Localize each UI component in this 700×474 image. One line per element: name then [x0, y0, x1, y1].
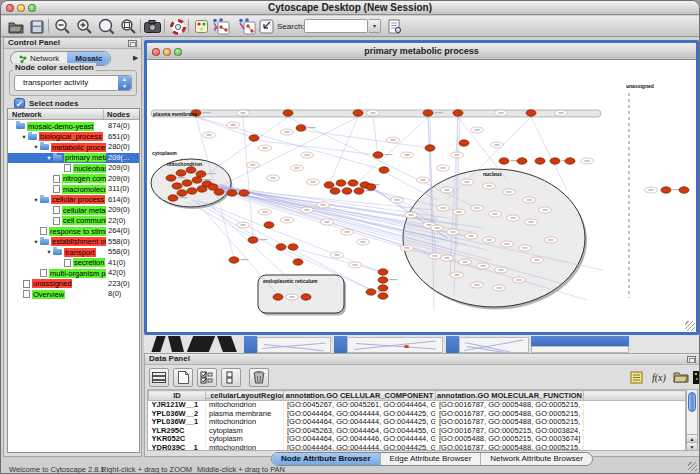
open-session-icon[interactable] [6, 17, 25, 36]
table-row[interactable]: YJR121W__1mitochondrion[GO:0045267, GO:0… [149, 401, 687, 410]
save-session-icon[interactable] [27, 17, 46, 36]
attribute-table[interactable]: ID_cellularLayoutRegionannotation.GO CEL… [147, 389, 686, 451]
import-attributes-icon[interactable] [673, 369, 689, 385]
help-icon[interactable] [168, 17, 187, 36]
node-label-text [475, 207, 480, 208]
tree-expander-icon[interactable]: ▼ [32, 144, 40, 150]
graph-node-selected [348, 180, 358, 186]
window-resize-grip[interactable] [688, 462, 697, 471]
tree-expander-icon[interactable]: ▼ [45, 155, 53, 161]
node-label-text [208, 173, 216, 174]
tree-row[interactable]: ▼metabolic process280(0) [8, 142, 139, 153]
node-color-dropdown[interactable]: transporter activity ▲▼ [14, 75, 132, 91]
tree-expander-icon[interactable]: ▼ [20, 134, 28, 140]
tree-row[interactable]: secretion41(0) [8, 258, 139, 269]
tab-node-attribute-browser[interactable]: Node Attribute Browser [272, 453, 381, 465]
tab-network-attribute-browser[interactable]: Network Attribute Browser [481, 453, 591, 465]
tree-row[interactable]: nucleobase-209(0) [8, 163, 139, 174]
unselect-attributes-icon[interactable] [221, 368, 241, 387]
float-panel-icon[interactable] [687, 356, 696, 363]
table-row[interactable]: YDR039C__1mitochondrion[GO:0044464, GO:0… [149, 444, 687, 452]
table-row[interactable]: YKR052Ccytoplasm[GO:0044464, GO:0044446,… [149, 435, 687, 444]
tab-edge-attribute-browser[interactable]: Edge Attribute Browser [381, 453, 482, 465]
table-cell: YPL036W__1 [149, 418, 206, 427]
zoom-fit-icon[interactable] [97, 17, 116, 36]
search-input[interactable] [304, 19, 368, 33]
tree-row[interactable]: ▼biological_process651(0) [8, 132, 139, 143]
zoom-selected-icon[interactable] [119, 17, 138, 36]
tree-row[interactable]: response to stimulu264(0) [8, 226, 139, 237]
float-panel-icon[interactable] [128, 40, 137, 47]
tree-expander-icon[interactable]: ▼ [45, 249, 53, 255]
file-icon [64, 259, 71, 267]
file-icon [53, 217, 60, 225]
table-row[interactable]: YPL036W__1mitochondrion[GO:0044464, GO:0… [149, 418, 687, 427]
tree-row[interactable]: macromolecule311(0) [8, 184, 139, 195]
node-label-text [435, 112, 443, 113]
tree-item-node-count: 223(0) [106, 279, 139, 290]
network-view-titlebar[interactable]: primary metabolic process [147, 43, 696, 60]
table-cell: mitochondrion [206, 418, 284, 427]
control-panel-title: Control Panel [8, 38, 60, 47]
new-attribute-icon[interactable] [173, 368, 193, 387]
folder-icon [40, 144, 49, 150]
attribute-table-icon[interactable] [149, 368, 169, 387]
zoom-in-icon[interactable] [75, 17, 94, 36]
tree-row[interactable]: ▼cellular process614(0) [8, 195, 139, 206]
table-row[interactable]: YLR295Ccytoplasm[GO:0045263, GO:0044464,… [149, 427, 687, 436]
network-canvas[interactable]: plasma membranecytoplasmmitochondrionnuc… [147, 60, 696, 332]
tree-row[interactable]: mosaic-demo-yeast874(0) [8, 121, 139, 132]
node-label-text [543, 209, 548, 210]
table-column-header[interactable] [584, 391, 687, 401]
vizmapper-icon[interactable] [192, 17, 211, 36]
tree-row[interactable]: cell communicat22(0) [8, 216, 139, 227]
tree-row[interactable]: ▼primary metabo209(... [8, 153, 139, 164]
import-network-icon[interactable] [257, 17, 276, 36]
table-row[interactable]: YPL036W__2plasma membrane[GO:0044464, GO… [149, 410, 687, 419]
tree-expander-icon[interactable]: ▼ [32, 239, 40, 245]
table-column-header[interactable]: ID [149, 391, 206, 401]
delete-attribute-icon[interactable] [249, 368, 269, 387]
tree-row[interactable]: cellular metabol209(0) [8, 205, 139, 216]
formula-icon[interactable]: f(x) [651, 369, 667, 385]
tree-expander-icon[interactable]: ▼ [32, 197, 40, 203]
table-column-header[interactable]: annotation.GO MOLECULAR_FUNCTION [436, 391, 584, 401]
scroll-up-icon[interactable]: ▲ [687, 434, 697, 442]
graph-edge [221, 117, 358, 186]
background-window-content [168, 336, 184, 352]
title-bar: Cytoscape Desktop (New Session) [1, 1, 699, 15]
annotation-transfer-alt-icon[interactable] [237, 17, 256, 36]
select-attributes-icon[interactable] [197, 368, 217, 387]
tree-row[interactable]: nitrogen compo209(0) [8, 174, 139, 185]
node-label-text [433, 255, 438, 256]
tree-item-label: cellular process [51, 195, 105, 204]
tab-overflow-arrow[interactable]: ▶ [133, 54, 138, 62]
tree-row[interactable]: ▼establishment of lo558(0) [8, 237, 139, 248]
tree-col-network[interactable]: Network [12, 110, 42, 119]
search-dropdown-icon[interactable]: ▾ [369, 19, 381, 33]
notes-icon[interactable] [628, 369, 644, 385]
annotation-transfer-icon[interactable] [211, 17, 230, 36]
scroll-down-icon[interactable]: ▼ [687, 442, 697, 450]
node-label-text [241, 224, 246, 225]
matrix-icon[interactable] [691, 369, 700, 385]
table-column-header[interactable]: annotation.GO CELLULAR_COMPONENT [284, 391, 436, 401]
tree-row[interactable]: ▼transport558(0) [8, 247, 139, 258]
zoom-out-icon[interactable] [53, 17, 72, 36]
table-scrollbar[interactable]: ▲ ▼ [686, 389, 698, 451]
tree-row[interactable]: multi-organism pro42(0) [8, 268, 139, 279]
tree-col-nodes[interactable]: Nodes [103, 110, 130, 119]
tree-row[interactable]: unassigned223(0) [8, 279, 139, 290]
graph-node-selected [276, 244, 286, 250]
search-config-icon[interactable] [385, 17, 404, 36]
scrollbar-thumb[interactable] [688, 392, 696, 412]
snapshot-icon[interactable] [143, 17, 162, 36]
table-cell: mitochondrion [206, 401, 284, 410]
network-graph[interactable]: plasma membranecytoplasmmitochondrionnuc… [147, 60, 696, 332]
table-column-header[interactable]: _cellularLayoutRegion [206, 391, 284, 401]
tree-row[interactable]: Overview8(0) [8, 289, 139, 300]
node-label-text [335, 254, 340, 255]
view-resize-grip[interactable] [685, 321, 695, 331]
table-cell: YPL036W__2 [149, 410, 206, 419]
background-windows-strip [144, 335, 700, 353]
